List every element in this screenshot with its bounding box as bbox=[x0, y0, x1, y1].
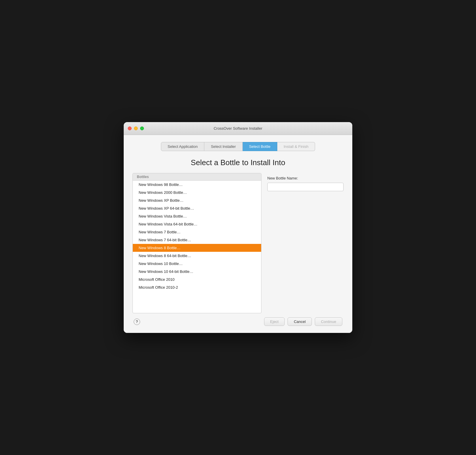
bottom-bar: ? Eject Cancel Continue bbox=[132, 313, 344, 327]
bottle-list-header: Bottles bbox=[133, 173, 261, 181]
bottom-right-buttons: Eject Cancel Continue bbox=[264, 317, 342, 326]
bottle-list-item[interactable]: New Windows Vista 64-bit Bottle… bbox=[133, 220, 261, 228]
content-area: Select Application Select Installer Sele… bbox=[124, 135, 352, 333]
bottle-list-item[interactable]: New Windows 2000 Bottle… bbox=[133, 189, 261, 196]
main-area: Bottles New Windows 98 Bottle…New Window… bbox=[132, 173, 344, 313]
new-bottle-name-label: New Bottle Name: bbox=[267, 176, 344, 180]
window-title: CrossOver Software Installer bbox=[214, 126, 262, 131]
tab-select-application[interactable]: Select Application bbox=[161, 142, 205, 151]
titlebar: CrossOver Software Installer bbox=[124, 122, 352, 135]
bottle-list-item[interactable]: New Windows XP 64-bit Bottle… bbox=[133, 204, 261, 212]
minimize-button[interactable] bbox=[134, 126, 138, 130]
app-window: CrossOver Software Installer Select Appl… bbox=[124, 122, 352, 333]
bottle-list-item[interactable]: New Windows 8 64-bit Bottle… bbox=[133, 252, 261, 260]
bottle-list-item[interactable]: Microsoft Office 2010-2 bbox=[133, 283, 261, 291]
bottle-list-item[interactable]: Microsoft Office 2010 bbox=[133, 276, 261, 283]
traffic-lights bbox=[128, 126, 144, 130]
right-panel: New Bottle Name: bbox=[267, 173, 344, 313]
tab-select-bottle[interactable]: Select Bottle bbox=[243, 142, 277, 151]
close-button[interactable] bbox=[128, 126, 132, 130]
bottle-list-container: Bottles New Windows 98 Bottle…New Window… bbox=[132, 173, 261, 313]
bottle-list-item[interactable]: New Windows XP Bottle… bbox=[133, 196, 261, 204]
bottle-list-item[interactable]: New Windows 10 64-bit Bottle… bbox=[133, 268, 261, 276]
tab-select-installer[interactable]: Select Installer bbox=[204, 142, 242, 151]
bottle-list: New Windows 98 Bottle…New Windows 2000 B… bbox=[133, 181, 261, 313]
help-button[interactable]: ? bbox=[134, 319, 140, 325]
tab-install-finish: Install & Finish bbox=[277, 142, 315, 151]
page-title: Select a Bottle to Install Into bbox=[132, 158, 344, 167]
new-bottle-name-input[interactable] bbox=[267, 183, 344, 191]
bottle-list-item[interactable]: New Windows 10 Bottle… bbox=[133, 260, 261, 268]
bottle-list-item[interactable]: New Windows 8 Bottle… bbox=[133, 244, 261, 252]
tab-bar: Select Application Select Installer Sele… bbox=[132, 142, 344, 151]
continue-button[interactable]: Continue bbox=[315, 317, 342, 326]
bottle-list-item[interactable]: New Windows 7 Bottle… bbox=[133, 228, 261, 236]
bottle-list-item[interactable]: New Windows Vista Bottle… bbox=[133, 212, 261, 220]
bottle-list-item[interactable]: New Windows 98 Bottle… bbox=[133, 181, 261, 189]
cancel-button[interactable]: Cancel bbox=[288, 317, 312, 326]
maximize-button[interactable] bbox=[140, 126, 144, 130]
bottle-list-item[interactable]: New Windows 7 64-bit Bottle… bbox=[133, 236, 261, 244]
eject-button[interactable]: Eject bbox=[264, 317, 285, 326]
